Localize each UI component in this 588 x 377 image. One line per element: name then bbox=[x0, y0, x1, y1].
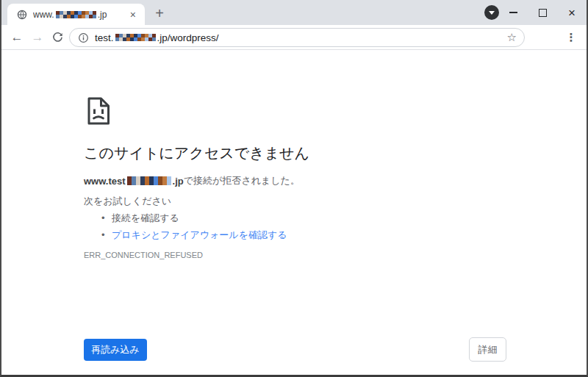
profile-badge-icon[interactable] bbox=[484, 5, 499, 20]
domain-prefix: www.test bbox=[84, 176, 126, 187]
error-code: ERR_CONNECTION_REFUSED bbox=[84, 251, 203, 259]
reload-page-button[interactable]: 再読み込み bbox=[84, 339, 147, 361]
error-heading: このサイトにアクセスできません bbox=[84, 143, 309, 163]
redacted-tab-domain bbox=[56, 11, 96, 18]
tab-close-icon[interactable]: × bbox=[127, 8, 139, 21]
window-controls: × bbox=[498, 0, 587, 25]
tab-title: www..jp bbox=[33, 10, 123, 20]
toolbar: ← → test..jp/wordpress/ ☆ ⋮ bbox=[1, 25, 587, 50]
suggestion-list: 接続を確認する プロキシとファイアウォールを確認する bbox=[98, 209, 287, 243]
domain-suffix: .jp bbox=[173, 176, 184, 187]
suggestion-check-connection: 接続を確認する bbox=[98, 209, 287, 226]
url-suffix: .jp/wordpress/ bbox=[157, 32, 219, 43]
close-window-button[interactable]: × bbox=[557, 0, 587, 25]
suggestion-title: 次をお試しください bbox=[84, 195, 171, 208]
reload-nav-button[interactable] bbox=[48, 25, 67, 49]
minimize-button[interactable] bbox=[498, 0, 528, 25]
browser-tab[interactable]: www..jp × bbox=[7, 4, 145, 25]
url-text: test..jp/wordpress/ bbox=[95, 32, 501, 43]
forward-button[interactable]: → bbox=[28, 25, 47, 49]
site-info-icon[interactable] bbox=[78, 32, 89, 43]
error-page: このサイトにアクセスできません www.test.jp で接続が拒否されました。… bbox=[1, 51, 587, 375]
redacted-domain bbox=[127, 176, 171, 185]
globe-favicon-icon bbox=[17, 10, 27, 20]
down-triangle-icon bbox=[489, 11, 495, 15]
tab-title-prefix: www. bbox=[33, 10, 54, 20]
tab-bar: www..jp × + × bbox=[1, 0, 587, 25]
maximize-icon bbox=[539, 9, 547, 17]
refused-message: で接続が拒否されました。 bbox=[184, 174, 300, 187]
suggestion-proxy-firewall-link[interactable]: プロキシとファイアウォールを確認する bbox=[98, 226, 287, 243]
minimize-icon bbox=[509, 12, 517, 13]
details-button[interactable]: 詳細 bbox=[469, 337, 506, 362]
reload-icon bbox=[52, 32, 63, 43]
tab-title-suffix: .jp bbox=[98, 10, 107, 20]
address-bar[interactable]: test..jp/wordpress/ ☆ bbox=[69, 28, 525, 47]
maximize-button[interactable] bbox=[528, 0, 557, 25]
url-prefix: test. bbox=[95, 32, 114, 43]
browser-menu-icon[interactable]: ⋮ bbox=[564, 25, 578, 49]
browser-window: www..jp × + × ← → bbox=[0, 0, 588, 377]
sad-file-icon bbox=[85, 96, 112, 126]
error-message: www.test.jp で接続が拒否されました。 bbox=[84, 174, 300, 187]
bookmark-star-icon[interactable]: ☆ bbox=[507, 31, 517, 44]
new-tab-button[interactable]: + bbox=[149, 3, 170, 24]
redacted-url-domain bbox=[115, 34, 156, 41]
back-button[interactable]: ← bbox=[7, 25, 26, 49]
